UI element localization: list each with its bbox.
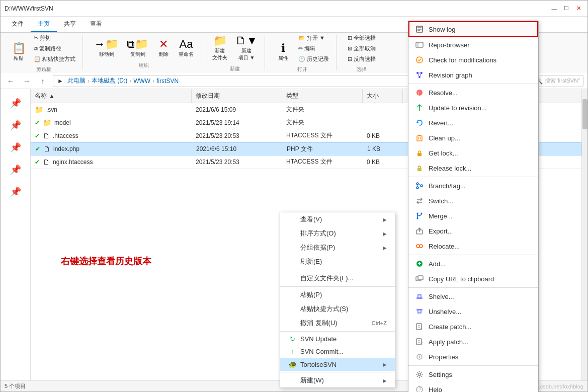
properties-button[interactable]: ℹ 属性 — [273, 41, 293, 64]
cm-undo[interactable]: 撤消 复制(U) Ctrl+Z — [280, 316, 395, 330]
col-name-arrow: ▲ — [49, 93, 55, 100]
apply-patch-label: Apply patch... — [429, 338, 468, 346]
cm-svn-commit-label: SVN Commit... — [300, 348, 344, 355]
tab-home[interactable]: 主页 — [31, 17, 57, 32]
svn-check-modifications[interactable]: Check for modifications — [408, 52, 538, 67]
svn-get-lock[interactable]: Get lock... — [408, 145, 538, 161]
svg-point-51 — [419, 355, 420, 356]
help-icon: ? — [414, 384, 425, 392]
check-modifications-label: Check for modifications — [429, 56, 496, 64]
scrollbar-vertical[interactable] — [581, 89, 587, 380]
svn-copy-url[interactable]: Copy URL to clipboard — [408, 271, 538, 286]
svn-update-revision[interactable]: Update to revision... — [408, 100, 538, 115]
svn-unshelve[interactable]: Unshelve... — [408, 304, 538, 319]
svn-relocate[interactable]: Relocate... — [408, 239, 538, 254]
cm-new[interactable]: 新建(W) ▶ — [280, 373, 395, 387]
check-modifications-icon — [414, 55, 425, 65]
svg-rect-17 — [417, 136, 422, 141]
svn-switch[interactable]: Switch... — [408, 193, 538, 208]
new-label: 新建 — [230, 65, 240, 72]
paste-button[interactable]: 📋 粘贴 — [9, 41, 29, 64]
cut-button[interactable]: ✂ 剪切 — [31, 33, 78, 43]
svn-branch-tag[interactable]: Branch/tag... — [408, 178, 538, 193]
copy-path-button[interactable]: ⧉ 复制路径 — [31, 44, 78, 53]
settings-icon — [414, 369, 425, 379]
path-firstsvn[interactable]: firstSVN — [156, 77, 179, 85]
file-date-cell: 2021/6/6 15:10 — [192, 145, 283, 152]
col-header-name[interactable]: 名称 ▲ — [31, 89, 192, 103]
svn-settings[interactable]: Settings — [408, 367, 538, 382]
tab-share[interactable]: 共享 — [57, 17, 83, 32]
copy-to-button[interactable]: ⧉📁 复制到 — [124, 37, 151, 60]
invert-select-button[interactable]: ⊟ 反向选择 — [345, 54, 379, 64]
svn-repo-browser[interactable]: Repo-browser — [408, 37, 538, 52]
cm-svn-commit[interactable]: ↑ SVN Commit... — [280, 345, 395, 358]
col-header-date[interactable]: 修改日期 — [192, 89, 282, 103]
delete-button[interactable]: ✕ 删除 — [153, 37, 174, 60]
revision-graph-label: Revision graph — [429, 71, 472, 79]
tab-view[interactable]: 查看 — [83, 17, 109, 32]
cm-view[interactable]: 查看(V) ▶ — [280, 212, 395, 226]
open-dropdown-button[interactable]: 📂 打开 ▼ — [295, 33, 332, 43]
new-item-button[interactable]: 🗋▼ 新建 项目 ▼ — [232, 33, 261, 63]
deselect-all-button[interactable]: ⊠ 全部取消 — [345, 44, 379, 53]
cm-customize[interactable]: 自定义文件夹(F)... — [280, 271, 395, 285]
history-button[interactable]: 🕒 历史记录 — [295, 54, 332, 64]
svn-release-lock[interactable]: Release lock... — [408, 161, 538, 176]
svg-marker-15 — [417, 121, 419, 123]
col-header-type[interactable]: 类型 — [282, 89, 363, 103]
svn-revision-graph[interactable]: Revision graph — [408, 67, 538, 83]
close-button[interactable]: ✕ — [573, 4, 583, 14]
sidebar-pin-1[interactable]: 📌 — [6, 93, 26, 113]
maximize-button[interactable]: ☐ — [561, 4, 571, 14]
select-all-button[interactable]: ⊞ 全部选择 — [345, 33, 379, 43]
sidebar-pin-4[interactable]: 📌 — [6, 160, 26, 180]
file-size-cell: 0 KB — [363, 132, 403, 139]
svn-export[interactable]: Export... — [408, 223, 538, 239]
path-computer[interactable]: 此电脑 — [67, 76, 86, 85]
cm-tortoise-svn[interactable]: 🐢 TortoiseSVN ▶ — [280, 358, 395, 371]
update-revision-icon — [414, 103, 425, 113]
rename-button[interactable]: Aa 重命名 — [176, 37, 197, 60]
file-name-cell: ✔ 📁 model — [31, 119, 192, 127]
sidebar-pin-5[interactable]: 📌 — [6, 182, 26, 202]
search-box[interactable]: 🔍 搜索"firstSVN" — [531, 75, 583, 87]
cm-paste-shortcut[interactable]: 粘贴快捷方式(S) — [280, 302, 395, 316]
cm-svn-update[interactable]: ↻ SVN Update — [280, 333, 395, 345]
path-www[interactable]: WWW — [133, 77, 150, 85]
paste-shortcut-button[interactable]: 📋 粘贴快捷方式 — [31, 54, 78, 64]
forward-button[interactable]: → — [21, 75, 33, 87]
cm-paste[interactable]: 粘贴(P) — [280, 288, 395, 302]
svn-revert[interactable]: Revert... — [408, 115, 538, 130]
svn-properties[interactable]: Properties — [408, 349, 538, 364]
cm-sort[interactable]: 排序方式(O) ▶ — [280, 226, 395, 241]
col-header-size[interactable]: 大小 — [363, 89, 403, 103]
svn-shelve[interactable]: Shelve... — [408, 289, 538, 304]
svn-help[interactable]: ? Help — [408, 382, 538, 392]
sidebar-pin-2[interactable]: 📌 — [6, 115, 26, 135]
file-type-cell: HTACCESS 文件 — [282, 131, 363, 140]
svn-merge[interactable]: Merge... — [408, 208, 538, 223]
svn-show-log[interactable]: Show log — [408, 21, 538, 37]
cm-group[interactable]: 分组依据(P) ▶ — [280, 241, 395, 255]
svn-create-patch[interactable]: + Create patch... — [408, 319, 538, 334]
scrollbar-thumb[interactable] — [582, 99, 587, 129]
file-name: nginx.htaccess — [53, 159, 93, 166]
tab-file[interactable]: 文件 — [5, 17, 31, 32]
move-to-button[interactable]: →📁 移动到 — [91, 37, 122, 60]
edit-button[interactable]: ✏ 编辑 — [295, 44, 332, 53]
minimize-button[interactable]: — — [549, 4, 559, 14]
svn-apply-patch[interactable]: ✓ Apply patch... — [408, 334, 538, 349]
svn-resolve[interactable]: ! Resolve... — [408, 85, 538, 100]
new-folder-button[interactable]: 📁 新建 文件夹 — [209, 33, 230, 63]
file-date-cell: 2021/5/23 20:53 — [192, 132, 282, 139]
svn-cleanup[interactable]: Clean up... — [408, 130, 538, 145]
select-items: ⊞ 全部选择 ⊠ 全部取消 ⊟ 反向选择 — [345, 33, 379, 64]
up-button[interactable]: ↑ — [37, 75, 49, 87]
sidebar-pin-3[interactable]: 📌 — [6, 137, 26, 158]
cm-refresh[interactable]: 刷新(E) — [280, 255, 395, 269]
cm-tortoise-arrow: ▶ — [383, 362, 387, 367]
svn-add[interactable]: Add... — [408, 256, 538, 271]
back-button[interactable]: ← — [5, 75, 17, 87]
path-drive[interactable]: 本地磁盘 (D:) — [92, 76, 127, 85]
